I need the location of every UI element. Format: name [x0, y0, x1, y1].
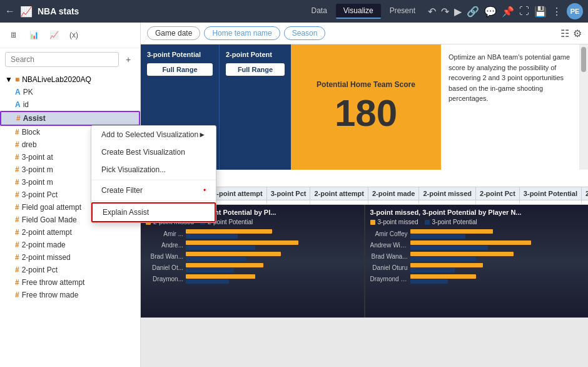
filter-season[interactable]: Season: [284, 26, 326, 40]
filter-home-team[interactable]: Home team name: [204, 26, 280, 40]
type-num-icon: #: [15, 291, 19, 299]
analytics-icon[interactable]: 📈: [45, 26, 63, 44]
bar-primary: [410, 229, 494, 234]
datasource-name: NBALiveLab2020AQ: [22, 75, 91, 84]
chart-2-title: 3-point missed, 3-point Potential by Pla…: [370, 209, 584, 216]
row-label: Daniel Ot...: [146, 264, 183, 271]
field-id[interactable]: A id: [0, 98, 140, 111]
app-icon: 📈: [20, 6, 33, 18]
menu-pick-viz[interactable]: Pick Visualization...: [91, 161, 216, 178]
legend-item-3: 3-point missed: [370, 219, 418, 225]
field-label: dreb: [22, 140, 37, 149]
type-num-icon: #: [16, 114, 21, 123]
back-button[interactable]: ←: [5, 6, 15, 17]
field-label: Field Goal Made: [22, 215, 77, 224]
save-button[interactable]: 💾: [534, 6, 547, 18]
more-button[interactable]: ⋮: [552, 6, 562, 18]
field-2point-attempt[interactable]: # 2-point attempt: [0, 226, 140, 239]
three-point-value[interactable]: Full Range: [147, 63, 213, 76]
bar-secondary: [186, 279, 229, 284]
type-num-icon: #: [15, 128, 19, 137]
chart-row-1: Amir ...: [146, 229, 359, 239]
bar-secondary: [410, 246, 488, 250]
bar-primary: [410, 274, 476, 279]
bar-secondary: [410, 234, 465, 239]
chart-row-9: Daniel Oturu: [370, 263, 584, 272]
field-2point-missed[interactable]: # 2-point missed: [0, 251, 140, 264]
settings-icon[interactable]: ⚙: [573, 28, 582, 39]
type-num-icon: #: [15, 228, 19, 237]
filter-icon[interactable]: ☷: [560, 28, 569, 39]
row-label: Amir Coffey: [370, 230, 408, 237]
main-layout: 🗏 📊 📈 (x) + ▼ ■ NBALiveLab2020AQ A PK A …: [0, 23, 588, 367]
pin-button[interactable]: 📌: [502, 6, 514, 18]
field-label: Free throw made: [22, 291, 79, 299]
filter-game-date[interactable]: Game date: [147, 26, 200, 40]
row-bars: [410, 229, 584, 239]
row-label: Brad Wana...: [370, 253, 408, 260]
menu-item-label: Explain Assist: [103, 208, 149, 217]
formula-icon[interactable]: (x): [65, 26, 83, 44]
share-button[interactable]: 🔗: [467, 6, 479, 18]
tab-present[interactable]: Present: [382, 4, 423, 19]
play-button[interactable]: ▶: [454, 6, 462, 18]
undo-button[interactable]: ↶: [428, 6, 436, 18]
type-str-icon: A: [15, 88, 21, 96]
field-label: 2-point missed: [22, 253, 71, 262]
datasource-root[interactable]: ▼ ■ NBALiveLab2020AQ: [0, 73, 140, 86]
field-label: 2-point made: [22, 240, 66, 249]
user-avatar[interactable]: PE: [567, 3, 583, 19]
chart-3point-missed: 3-point missed, 3-point Potential by Pla…: [364, 205, 589, 318]
field-label: id: [23, 100, 29, 109]
bar-secondary: [186, 234, 238, 239]
chart-row-2: Andre...: [146, 240, 359, 250]
chart-2-legend: 3-point missed 3-point Potential: [370, 219, 584, 225]
home-score-title: Potential Home Team Score: [317, 80, 415, 89]
type-num-icon: #: [15, 140, 19, 149]
menu-best-viz[interactable]: Create Best Visualization: [91, 143, 216, 161]
scroll-bar[interactable]: [579, 44, 588, 170]
chart-row-10: Draymond G...: [370, 274, 584, 284]
field-2point-pct[interactable]: # 2-point Pct: [0, 264, 140, 276]
col-2pt-pct: 2-point Pct: [476, 187, 520, 200]
chart-2-rows: Amir Coffey Andrew Wig...: [370, 229, 584, 284]
row-bars: [186, 263, 359, 272]
bar-primary: [186, 229, 272, 234]
type-num-icon: #: [15, 240, 19, 249]
filter-bar: Game date Home team name Season ☷ ⚙: [141, 23, 588, 44]
bar-secondary: [186, 257, 246, 261]
menu-separator: [91, 180, 216, 180]
field-2point-made[interactable]: # 2-point made: [0, 239, 140, 251]
tab-visualize[interactable]: Visualize: [336, 4, 381, 19]
field-label: Free throw attempt: [22, 278, 85, 287]
field-PK[interactable]: A PK: [0, 86, 140, 98]
field-assist[interactable]: # Assist: [0, 111, 140, 126]
two-point-value[interactable]: Full Range: [226, 63, 285, 76]
menu-explain-assist[interactable]: Explain Assist: [91, 202, 216, 222]
add-field-button[interactable]: +: [121, 53, 135, 66]
type-str-icon: A: [15, 100, 21, 109]
bar-secondary: [186, 246, 255, 250]
chart-row-8: Brad Wana...: [370, 252, 584, 261]
search-input[interactable]: [5, 52, 119, 67]
chart-icon[interactable]: 📊: [25, 26, 43, 44]
redo-button[interactable]: ↷: [441, 6, 449, 18]
row-label: Andrew Wig...: [370, 242, 408, 249]
field-ft-made[interactable]: # Free throw made: [0, 289, 140, 301]
col-3pt-potential: 3-point Potential: [519, 187, 581, 200]
topbar-actions: ↶ ↷ ▶ 🔗 💬 📌 ⛶ 💾 ⋮ PE: [428, 3, 583, 19]
tab-data[interactable]: Data: [303, 4, 334, 19]
expand-icon: ▼: [5, 75, 13, 84]
field-label: Block: [22, 128, 40, 137]
menu-create-filter[interactable]: Create Filter •: [91, 182, 216, 199]
row-label: Amir ...: [146, 230, 183, 237]
chart-row-5: Draymon...: [146, 274, 359, 284]
comment-button[interactable]: 💬: [484, 6, 497, 18]
menu-add-viz[interactable]: Add to Selected Visualization ►: [91, 126, 216, 143]
database-icon[interactable]: 🗏: [5, 26, 23, 44]
filter-dot-icon: •: [203, 186, 206, 195]
field-ft-attempt[interactable]: # Free throw attempt: [0, 276, 140, 289]
expand-button[interactable]: ⛶: [519, 6, 529, 17]
three-point-title: 3-point Potential: [147, 51, 213, 58]
legend-label-4: 3-point Potential: [432, 219, 477, 225]
